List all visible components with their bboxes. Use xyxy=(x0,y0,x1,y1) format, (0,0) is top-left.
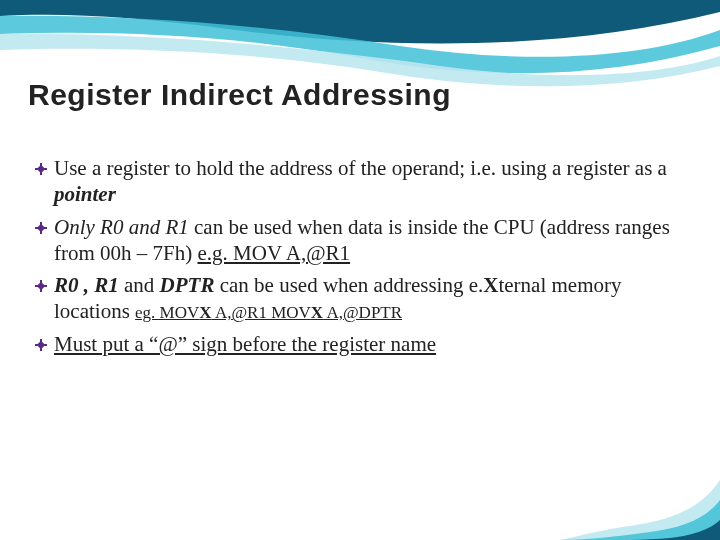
text: can be used when addressing e. xyxy=(214,273,483,297)
svg-rect-8 xyxy=(37,282,45,290)
bullet-icon xyxy=(28,272,54,325)
text: Use a register to hold the address of th… xyxy=(54,156,667,180)
t: X xyxy=(199,303,211,322)
bullet-text: R0 , R1 and DPTR can be used when addres… xyxy=(54,272,690,325)
bullet-text: Only R0 and R1 can be used when data is … xyxy=(54,214,690,267)
bullet-item: Use a register to hold the address of th… xyxy=(28,155,690,208)
bullet-item: Only R0 and R1 can be used when data is … xyxy=(28,214,690,267)
bullet-item: R0 , R1 and DPTR can be used when addres… xyxy=(28,272,690,325)
text: Only R0 and R1 xyxy=(54,215,189,239)
slide: Register Indirect Addressing Use a regis… xyxy=(0,0,720,540)
text: and xyxy=(119,273,160,297)
corner-wave-decoration xyxy=(560,420,720,540)
text: X xyxy=(483,273,498,297)
text: DPTR xyxy=(160,273,215,297)
bullet-item: Must put a “@” sign before the register … xyxy=(28,331,690,357)
bullet-icon xyxy=(28,155,54,208)
header-wave-decoration xyxy=(0,0,720,90)
text: Must put a “@” sign before the register … xyxy=(54,332,436,356)
bullet-icon xyxy=(28,331,54,357)
text: R0 , R1 xyxy=(54,273,119,297)
slide-title: Register Indirect Addressing xyxy=(28,78,451,112)
slide-body: Use a register to hold the address of th… xyxy=(28,155,690,363)
svg-rect-11 xyxy=(37,340,45,348)
t: X xyxy=(311,303,323,322)
t: A,@R1 MOV xyxy=(212,303,311,322)
text-example: e.g. MOV A,@R1 xyxy=(198,241,351,265)
text-example: eg. MOVX A,@R1 MOVX A,@DPTR xyxy=(135,303,402,322)
bullet-icon xyxy=(28,214,54,267)
bullet-text: Must put a “@” sign before the register … xyxy=(54,331,690,357)
svg-rect-5 xyxy=(37,223,45,231)
bullet-text: Use a register to hold the address of th… xyxy=(54,155,690,208)
svg-rect-2 xyxy=(37,165,45,173)
t: A,@DPTR xyxy=(323,303,402,322)
t: eg. MOV xyxy=(135,303,199,322)
text-pointer: pointer xyxy=(54,182,116,206)
